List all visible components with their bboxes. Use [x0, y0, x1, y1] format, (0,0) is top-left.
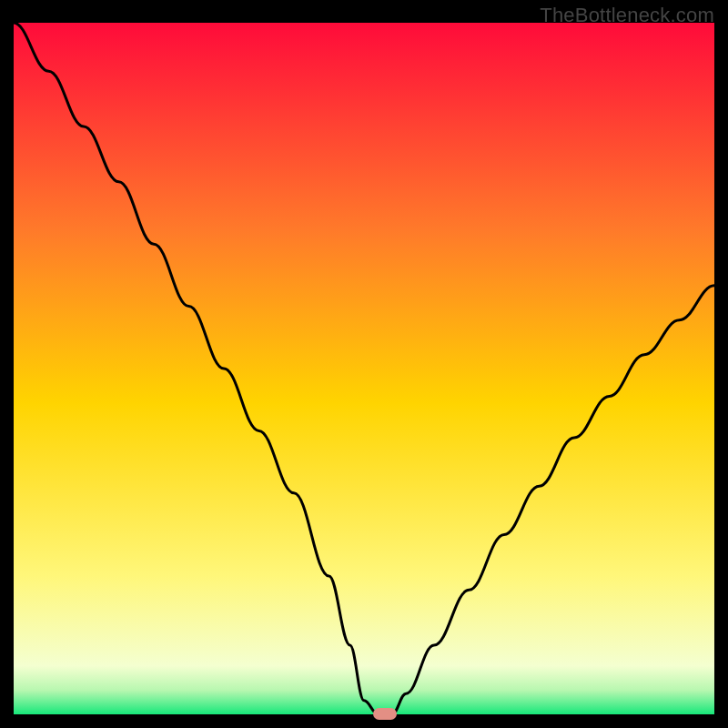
optimal-marker: [373, 708, 397, 720]
gradient-background: [14, 23, 714, 714]
chart-frame: [14, 23, 714, 714]
bottleneck-plot: [14, 23, 714, 714]
